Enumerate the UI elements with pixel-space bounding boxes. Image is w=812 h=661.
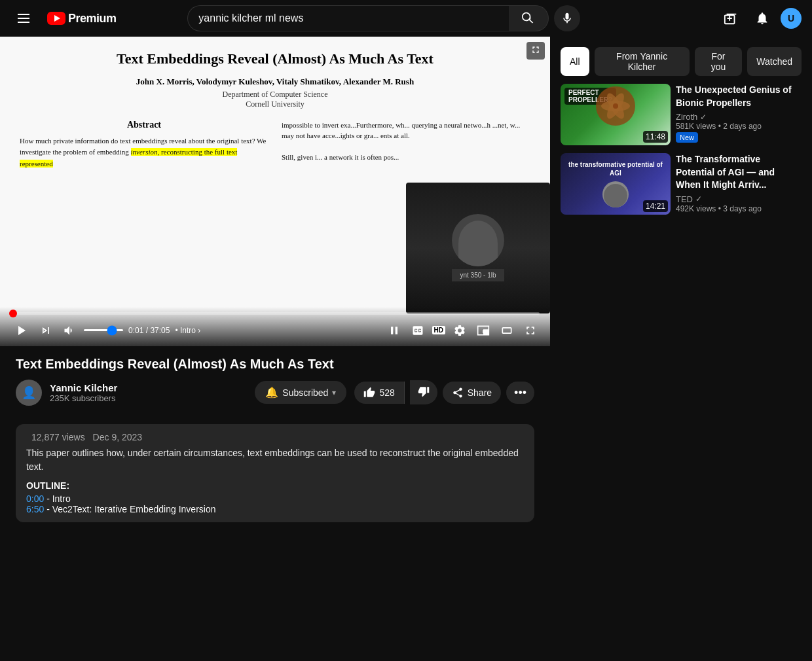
bell-icon: 🔔: [265, 386, 278, 399]
sidebar-thumbnail-0: PERFECTPROPELLER? 11:48: [561, 84, 671, 145]
sidebar-card-1[interactable]: the transformative potential of AGI 14:2…: [561, 153, 802, 215]
outline-item-0[interactable]: 0:00 - Intro: [26, 493, 524, 504]
progress-bar[interactable]: [10, 312, 540, 315]
abstract-title: Abstract: [20, 120, 268, 130]
tab-all[interactable]: All: [561, 47, 589, 76]
description-box[interactable]: 12,877 views Dec 9, 2023 This paper outl…: [16, 424, 534, 522]
share-label: Share: [468, 387, 492, 398]
sidebar-card-0[interactable]: PERFECTPROPELLER? 11:48 The Unexpected G…: [561, 84, 802, 145]
sidebar-tabs: All From Yannic Kilcher For you Watched: [561, 47, 802, 76]
theater-button[interactable]: [498, 321, 516, 340]
top-navigation: Premium yannic kilcher ml news U: [0, 0, 812, 37]
fullscreen-expand-icon: [524, 324, 537, 337]
paper-uni: Cornell University: [20, 99, 530, 109]
paper-authors: John X. Morris, Volodymyr Kuleshov, Vita…: [20, 77, 530, 87]
fullscreen-icon: [530, 45, 541, 55]
outline-label-1: - Vec2Text: Iterative Embedding Inversio…: [46, 504, 215, 514]
microphone-icon: [561, 12, 574, 25]
progress-dot: [9, 310, 17, 317]
miniplayer-icon: [477, 324, 490, 337]
fullscreen-button[interactable]: [521, 321, 540, 340]
description-text: This paper outlines how, under certain c…: [26, 446, 524, 474]
verified-icon-1: ✓: [695, 194, 702, 204]
share-button[interactable]: Share: [443, 382, 501, 404]
volume-button[interactable]: [60, 321, 79, 340]
player-controls: 0:01 / 37:05 • Intro › HD: [0, 307, 550, 346]
youtube-logo[interactable]: Premium: [47, 12, 117, 26]
skip-button[interactable]: [37, 321, 55, 340]
video-content: Text Embeddings Reveal (Almost) As Much …: [0, 37, 550, 346]
outline-item-1[interactable]: 6:50 - Vec2Text: Iterative Embedding Inv…: [26, 504, 524, 514]
channel-subscribers: 235K subscribers: [50, 393, 247, 403]
dislike-button[interactable]: [410, 380, 437, 404]
video-player[interactable]: Text Embeddings Reveal (Almost) As Much …: [0, 37, 550, 346]
time-display: 0:01 / 37:05: [128, 326, 170, 335]
paper-title: Text Embeddings Reveal (Almost) As Much …: [20, 50, 530, 69]
play-button[interactable]: [10, 320, 31, 341]
like-count: 528: [379, 387, 394, 398]
nav-left: Premium: [10, 5, 117, 31]
pause-icon: [388, 324, 401, 337]
sidebar-channel-1: TED ✓: [676, 194, 802, 204]
microphone-button[interactable]: [554, 5, 580, 31]
sidebar-meta-1: 492K views • 3 days ago: [676, 204, 802, 213]
pause-button[interactable]: [385, 321, 403, 340]
like-button[interactable]: 528: [354, 382, 404, 404]
youtube-logo-icon: [47, 12, 65, 25]
fullscreen-overlay-button[interactable]: [526, 42, 545, 60]
tab-for-you[interactable]: For you: [695, 47, 743, 76]
video-info: Text Embeddings Reveal (Almost) As Much …: [0, 346, 550, 424]
subscribed-label: Subscribed: [282, 387, 328, 398]
main-layout: Text Embeddings Reveal (Almost) As Much …: [0, 37, 812, 661]
outline-section: OUTLINE: 0:00 - Intro 6:50 - Vec2Text: I…: [26, 480, 524, 514]
theater-icon: [500, 324, 513, 337]
hd-badge: HD: [432, 326, 445, 334]
hamburger-menu-button[interactable]: [10, 5, 37, 31]
play-icon: [13, 323, 29, 338]
share-icon: [452, 387, 464, 399]
settings-button[interactable]: [451, 321, 469, 340]
search-button[interactable]: [509, 5, 549, 31]
thumbs-up-icon: [363, 387, 375, 399]
sidebar-thumbnail-1: the transformative potential of AGI 14:2…: [561, 153, 671, 215]
create-button[interactable]: [718, 5, 744, 31]
bell-icon: [755, 11, 769, 26]
subscribed-button[interactable]: 🔔 Subscribed ▾: [255, 381, 346, 404]
miniplayer-button[interactable]: [474, 321, 492, 340]
channel-name[interactable]: Yannic Kilcher: [50, 382, 247, 393]
thumbs-down-icon: [418, 385, 430, 397]
video-meta: 12,877 views Dec 9, 2023: [26, 432, 524, 442]
paper-abstract-section: Abstract How much private information do…: [20, 120, 530, 170]
volume-slider[interactable]: [84, 329, 123, 331]
user-avatar[interactable]: U: [781, 8, 802, 29]
search-input[interactable]: yannic kilcher ml news: [187, 5, 509, 31]
hamburger-icon: [12, 9, 35, 28]
outline-link-0[interactable]: 0:00: [26, 493, 44, 504]
sidebar-info-1: The Transformative Potential of AGI — an…: [676, 153, 802, 215]
tab-watched[interactable]: Watched: [747, 47, 802, 76]
notifications-button[interactable]: [749, 5, 775, 31]
propeller-svg: [599, 90, 632, 122]
view-count: 12,877 views: [31, 432, 85, 442]
channel-row: 👤 Yannic Kilcher 235K subscribers 🔔 Subs…: [16, 380, 534, 406]
chapter-label: • Intro ›: [175, 326, 200, 335]
outline-link-1[interactable]: 6:50: [26, 504, 44, 514]
avatar-emoji: 👤: [22, 385, 36, 400]
publish-date: Dec 9, 2023: [93, 432, 143, 442]
sidebar: All From Yannic Kilcher For you Watched …: [550, 37, 812, 661]
paper-right-text2: Still, given i... a network it is often …: [282, 153, 399, 161]
volume-icon: [63, 324, 76, 337]
subtitles-button[interactable]: [409, 321, 427, 340]
outline-title: OUTLINE:: [26, 480, 524, 491]
sidebar-video-title-1: The Transformative Potential of AGI — an…: [676, 153, 802, 192]
nav-right: U: [718, 5, 802, 31]
tab-from-channel[interactable]: From Yannic Kilcher: [595, 47, 690, 76]
more-options-button[interactable]: •••: [506, 382, 534, 404]
video-section: Text Embeddings Reveal (Almost) As Much …: [0, 37, 550, 661]
youtube-brand-text: Premium: [68, 12, 117, 26]
cc-icon: [411, 324, 424, 337]
abstract-highlight: inver­sion: [131, 148, 158, 156]
abstract-text: How much private information do text emb…: [20, 135, 268, 170]
progress-fill: [10, 312, 13, 315]
propeller-circle: [596, 86, 635, 126]
